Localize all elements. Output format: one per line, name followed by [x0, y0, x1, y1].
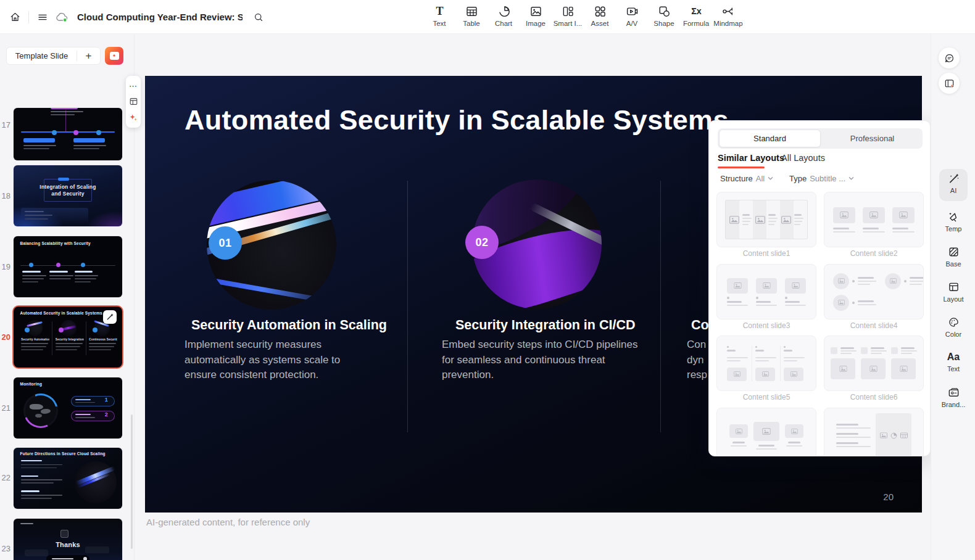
search-button[interactable]: [249, 7, 268, 27]
thumb-number-17: 17: [0, 120, 10, 130]
layout-card-content-slide4[interactable]: [824, 264, 924, 319]
text-tool-icon: T: [433, 4, 447, 19]
slides-panel: Template Slide + ✦ 17 18: [0, 34, 135, 560]
menu-button[interactable]: [33, 7, 52, 27]
document-title[interactable]: Cloud Computing Year-End Review: Scali..…: [77, 12, 243, 22]
layout-card-partial[interactable]: [716, 408, 816, 456]
ai-sparkle-button[interactable]: [127, 111, 139, 123]
section3-heading-partial[interactable]: Co: [691, 318, 709, 333]
section1-body[interactable]: Implement security measures automaticall…: [185, 337, 370, 383]
layout-view-button[interactable]: [127, 96, 139, 108]
divider: [28, 11, 29, 23]
tab-all-layouts[interactable]: All Layouts: [781, 153, 825, 163]
chart-icon: [497, 4, 511, 19]
thumb-number-22: 22: [0, 473, 10, 482]
tool-mindmap[interactable]: Mindmap: [712, 2, 744, 32]
chevron-down-icon: [768, 176, 773, 181]
ai-slides-button[interactable]: ✦: [105, 47, 123, 65]
tool-av[interactable]: A/V: [616, 2, 648, 32]
sidebar-item-color[interactable]: Color: [931, 316, 975, 338]
sidebar-item-ai[interactable]: AI: [931, 172, 975, 194]
layout-card-content-slide6[interactable]: [824, 336, 924, 391]
section1-number-badge[interactable]: 01: [209, 226, 242, 260]
thumbnail-scrollbar[interactable]: [131, 414, 133, 549]
tab-similar-layouts[interactable]: Similar Layouts: [718, 153, 784, 163]
slide-thumbnail-23[interactable]: Thanks: [14, 519, 122, 560]
svg-text:Σx: Σx: [691, 6, 702, 16]
template-wand-icon: [947, 210, 960, 223]
magic-wand-icon: [106, 313, 114, 321]
mindmap-icon: [721, 4, 736, 19]
tool-table[interactable]: Table: [455, 2, 487, 32]
tool-asset[interactable]: Asset: [584, 2, 616, 32]
layout-card-caption: Content slide5: [716, 393, 816, 401]
tool-formula[interactable]: Σx Formula: [680, 2, 712, 32]
more-options-button[interactable]: ⋯: [127, 80, 139, 93]
tool-image[interactable]: Image: [520, 2, 552, 32]
thumbnail-mini-toolbar: ⋯: [126, 76, 141, 128]
search-icon: [253, 12, 264, 23]
palette-icon: [947, 316, 960, 329]
tab-standard[interactable]: Standard: [719, 130, 821, 147]
quality-segmented-control: Standard Professional: [718, 128, 923, 149]
section2-heading[interactable]: Security Integration in CI/CD: [455, 318, 635, 333]
tool-text[interactable]: T Text: [423, 2, 455, 32]
section2-body[interactable]: Embed security steps into CI/CD pipeline…: [442, 337, 639, 383]
tool-smart-layout[interactable]: Smart I...: [552, 2, 584, 32]
smart-layout-icon: [561, 4, 575, 19]
sidebar-item-brand[interactable]: Brand...: [931, 386, 975, 408]
comments-button[interactable]: [939, 47, 960, 68]
template-slide-button[interactable]: Template Slide +: [6, 47, 101, 65]
layout-card-caption: Content slide2: [824, 249, 924, 258]
tab-professional[interactable]: Professional: [822, 128, 923, 149]
slide-thumbnail-18[interactable]: Integration of Scaling and Security: [14, 165, 122, 226]
ai-panel-icon: [944, 78, 955, 89]
insert-toolbar: T Text Table Chart Image: [423, 2, 744, 32]
layout-card-partial[interactable]: [824, 408, 924, 456]
thumb-number-19: 19: [0, 262, 10, 271]
column-divider: [660, 181, 661, 432]
template-slide-label: Template Slide: [7, 51, 77, 60]
sidebar-item-layout[interactable]: Layout: [931, 281, 975, 303]
section2-number-badge[interactable]: 02: [465, 226, 499, 259]
layout-card-content-slide1[interactable]: [716, 192, 816, 247]
section1-heading[interactable]: Security Automation in Scaling: [191, 318, 387, 333]
layout-card-content-slide2[interactable]: [824, 192, 924, 247]
ai-wand-icon: [947, 172, 960, 185]
svg-text:T: T: [436, 5, 443, 17]
type-filter-dropdown[interactable]: Type Subtitle ...: [789, 174, 854, 183]
slide-thumbnail-22[interactable]: Future Directions in Secure Cloud Scalin…: [14, 448, 122, 509]
add-slide-button[interactable]: +: [77, 50, 100, 62]
thumb-number-18: 18: [0, 191, 10, 200]
slide-thumbnail-19[interactable]: Balancing Scalability with Security: [14, 236, 122, 297]
base-pattern-icon: [947, 245, 960, 258]
sidebar-item-template[interactable]: Temp: [931, 210, 975, 233]
slide-thumbnail-20[interactable]: Automated Security in Scalable Systems S…: [14, 307, 122, 368]
tool-shape[interactable]: Shape: [648, 2, 680, 32]
layout-suggestions-panel: Standard Professional Similar Layouts Al…: [708, 120, 931, 456]
layout-card-caption: Content slide1: [716, 249, 816, 258]
asset-icon: [593, 4, 607, 19]
ai-disclaimer-text: AI-generated content, for reference only: [146, 517, 310, 527]
comment-icon: [944, 52, 955, 64]
thumb-number-20: 20: [0, 332, 10, 342]
slide-title[interactable]: Automated Security in Scalable Systems: [185, 104, 729, 136]
slide-page-number[interactable]: 20: [883, 492, 894, 502]
layout-card-content-slide5[interactable]: [716, 336, 816, 391]
ai-panel-button[interactable]: [939, 73, 960, 94]
thumbnail-ai-beautify-button[interactable]: [103, 310, 117, 324]
sidebar-item-text[interactable]: Aa Text: [931, 351, 975, 373]
sidebar-item-base[interactable]: Base: [931, 245, 975, 268]
layout-card-content-slide3[interactable]: [716, 264, 816, 319]
brand-kit-icon: [947, 386, 960, 399]
shape-icon: [657, 4, 671, 19]
home-button[interactable]: [5, 7, 25, 27]
home-icon: [9, 11, 21, 23]
slide-thumbnail-21[interactable]: Monitoring 1 2: [14, 377, 122, 439]
structure-filter-dropdown[interactable]: Structure All: [720, 174, 773, 183]
layout-card-caption: Content slide4: [824, 321, 924, 330]
tool-chart[interactable]: Chart: [487, 2, 520, 32]
cloud-sync-button[interactable]: [52, 7, 72, 27]
slide-thumbnail-17[interactable]: [14, 108, 122, 160]
sparkle-icon: [129, 113, 138, 121]
